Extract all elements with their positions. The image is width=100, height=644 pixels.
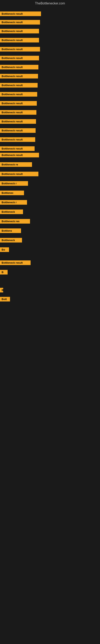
bottleneck-result-4: Bottleneck result <box>0 38 39 42</box>
bottleneck-result-5: Bottleneck result <box>0 47 40 52</box>
bottleneck-result-19: Bottleneck result <box>0 172 38 176</box>
site-title: TheBottlenecker.com <box>0 0 100 7</box>
bottleneck-result-2: Bottleneck result <box>0 20 40 24</box>
bottleneck-result-14: Bottleneck result <box>0 128 36 133</box>
bottleneck-result-26: Bottleneck <box>0 238 22 242</box>
bottleneck-result-20: Bottleneck r <box>0 181 28 186</box>
bottleneck-result-31: Bott <box>0 297 10 302</box>
bottleneck-result-30: B <box>0 288 3 292</box>
bottleneck-result-15: Bottleneck result <box>0 137 35 142</box>
bottleneck-result-17: Bottleneck result <box>0 153 39 158</box>
bottleneck-result-21: Bottlenec <box>0 190 24 195</box>
bottleneck-result-3: Bottleneck result <box>0 29 39 34</box>
bottleneck-result-8: Bottleneck result <box>0 74 38 78</box>
bottleneck-result-29: B <box>0 270 8 274</box>
bottleneck-result-23: Bottleneck <box>0 210 23 214</box>
bottleneck-result-7: Bottleneck result <box>0 65 38 70</box>
bottleneck-result-27: Bo <box>0 247 9 252</box>
bottleneck-result-25: Bottlens <box>0 228 21 233</box>
bottleneck-result-13: Bottleneck result <box>0 119 36 124</box>
bottleneck-result-18: Bottleneck re <box>0 162 32 167</box>
bottleneck-result-9: Bottleneck result <box>0 83 38 88</box>
bottleneck-result-28: Bottleneck result <box>0 260 31 265</box>
bottleneck-result-1: Bottleneck result <box>0 12 41 16</box>
bottleneck-result-12: Bottleneck result <box>0 110 36 115</box>
bottleneck-result-6: Bottleneck result <box>0 56 39 60</box>
bottleneck-result-11: Bottleneck result <box>0 101 37 106</box>
bottleneck-result-10: Bottleneck result <box>0 92 37 96</box>
bottleneck-result-22: Bottleneck r <box>0 200 27 205</box>
bottleneck-result-16: Bottleneck result <box>0 146 35 151</box>
bottleneck-result-24: Bottleneck res <box>0 219 30 224</box>
